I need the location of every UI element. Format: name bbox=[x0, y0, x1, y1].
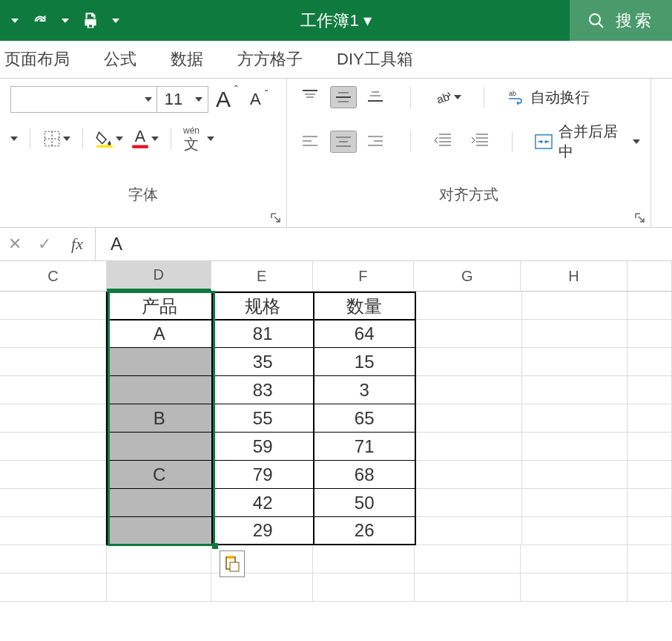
cell[interactable] bbox=[107, 573, 212, 602]
chevron-down-icon[interactable] bbox=[207, 137, 214, 141]
font-size-dropdown[interactable] bbox=[190, 97, 208, 102]
cell[interactable]: 81 bbox=[213, 320, 314, 348]
align-top-button[interactable] bbox=[297, 86, 323, 107]
cell[interactable] bbox=[627, 376, 672, 404]
cell[interactable] bbox=[106, 376, 213, 404]
cell[interactable] bbox=[313, 573, 415, 602]
font-name-dropdown[interactable] bbox=[11, 87, 157, 112]
phonetic-guide-button[interactable]: wén 文 bbox=[183, 126, 200, 151]
cell[interactable] bbox=[627, 517, 672, 545]
cell[interactable]: 50 bbox=[314, 489, 416, 517]
cell[interactable]: 产品 bbox=[106, 292, 213, 320]
confirm-edit-button[interactable]: ✓ bbox=[30, 234, 59, 254]
cell[interactable] bbox=[0, 320, 106, 348]
cell[interactable]: 83 bbox=[213, 376, 314, 404]
cell[interactable]: 29 bbox=[213, 517, 314, 545]
cell[interactable] bbox=[521, 545, 627, 573]
cell[interactable] bbox=[415, 545, 521, 573]
cell[interactable]: 26 bbox=[314, 517, 416, 545]
font-size-combo[interactable]: 11 bbox=[10, 86, 208, 113]
merge-center-button[interactable]: 合并后居中 bbox=[535, 122, 640, 162]
cell[interactable]: 59 bbox=[213, 433, 314, 461]
cell[interactable]: 15 bbox=[314, 348, 416, 376]
cell[interactable] bbox=[313, 545, 415, 573]
cell[interactable]: A bbox=[106, 320, 213, 348]
col-header-i[interactable] bbox=[627, 261, 672, 291]
paste-options-button[interactable] bbox=[220, 550, 245, 577]
cell[interactable] bbox=[416, 376, 522, 404]
cell[interactable] bbox=[522, 376, 628, 404]
increase-indent-button[interactable] bbox=[470, 132, 490, 151]
qat-customize[interactable] bbox=[105, 10, 126, 31]
tab-formulas[interactable]: 公式 bbox=[104, 48, 136, 70]
col-header-e[interactable]: E bbox=[211, 261, 313, 291]
cell[interactable] bbox=[522, 348, 628, 376]
document-title[interactable]: 工作簿1 ▾ bbox=[300, 10, 371, 32]
cell[interactable]: 65 bbox=[314, 404, 416, 433]
cell[interactable] bbox=[0, 292, 106, 320]
formula-input[interactable]: A bbox=[96, 234, 672, 254]
tab-page-layout[interactable]: 页面布局 bbox=[4, 48, 70, 70]
cell[interactable] bbox=[106, 489, 213, 517]
cell[interactable] bbox=[0, 376, 106, 404]
align-dialog-launcher[interactable] bbox=[634, 212, 646, 224]
cell[interactable] bbox=[522, 461, 628, 489]
cell[interactable] bbox=[522, 517, 628, 545]
col-header-c[interactable]: C bbox=[0, 261, 107, 291]
cell[interactable] bbox=[0, 433, 106, 461]
cell[interactable]: 64 bbox=[314, 320, 416, 348]
cell[interactable] bbox=[522, 292, 628, 320]
cell[interactable] bbox=[106, 433, 213, 461]
cell[interactable] bbox=[0, 461, 106, 489]
cell[interactable] bbox=[0, 545, 107, 573]
col-header-g[interactable]: G bbox=[414, 261, 521, 291]
chevron-down-icon[interactable] bbox=[10, 137, 18, 141]
cell[interactable] bbox=[627, 461, 672, 489]
cell[interactable] bbox=[416, 320, 522, 348]
cell[interactable] bbox=[0, 489, 106, 517]
increase-font-button[interactable]: Aˆ bbox=[216, 87, 231, 112]
cell[interactable] bbox=[106, 348, 213, 376]
decrease-font-button[interactable]: Aˇ bbox=[250, 90, 261, 109]
cell[interactable] bbox=[415, 573, 521, 602]
cell[interactable] bbox=[627, 348, 672, 376]
align-middle-button[interactable] bbox=[330, 86, 357, 108]
cell[interactable] bbox=[0, 517, 106, 545]
cell[interactable] bbox=[0, 404, 106, 433]
cell[interactable]: 42 bbox=[213, 489, 314, 517]
cell[interactable] bbox=[416, 404, 522, 433]
cell[interactable]: 35 bbox=[213, 348, 314, 376]
col-header-d[interactable]: D bbox=[107, 261, 211, 291]
cell[interactable] bbox=[211, 573, 313, 602]
cell[interactable] bbox=[416, 348, 522, 376]
align-center-button[interactable] bbox=[330, 131, 357, 153]
cell[interactable] bbox=[627, 545, 672, 573]
selection-fill-handle[interactable] bbox=[212, 543, 218, 549]
cancel-edit-button[interactable]: ✕ bbox=[0, 234, 30, 254]
decrease-indent-button[interactable] bbox=[433, 132, 452, 151]
cell[interactable] bbox=[416, 433, 522, 461]
cell[interactable] bbox=[521, 573, 627, 602]
cell[interactable] bbox=[522, 404, 628, 433]
align-left-button[interactable] bbox=[297, 131, 323, 151]
cell[interactable] bbox=[0, 573, 107, 602]
redo-button[interactable] bbox=[30, 10, 50, 31]
cell[interactable] bbox=[416, 489, 522, 517]
cell[interactable] bbox=[627, 320, 672, 348]
align-bottom-button[interactable] bbox=[363, 86, 388, 107]
search-box[interactable]: 搜索 bbox=[570, 0, 672, 41]
cell[interactable] bbox=[627, 404, 672, 433]
cell[interactable] bbox=[522, 320, 628, 348]
cell[interactable] bbox=[0, 348, 106, 376]
cell[interactable] bbox=[416, 517, 522, 545]
cell[interactable] bbox=[627, 489, 672, 517]
orientation-button[interactable]: ab bbox=[433, 88, 461, 107]
cell[interactable]: 3 bbox=[314, 376, 416, 404]
cell[interactable] bbox=[627, 433, 672, 461]
cell[interactable] bbox=[627, 292, 672, 320]
cell[interactable] bbox=[627, 573, 672, 602]
col-header-h[interactable]: H bbox=[521, 261, 627, 291]
cell[interactable] bbox=[522, 489, 628, 517]
cell[interactable]: 71 bbox=[314, 433, 416, 461]
borders-button[interactable] bbox=[42, 129, 70, 148]
